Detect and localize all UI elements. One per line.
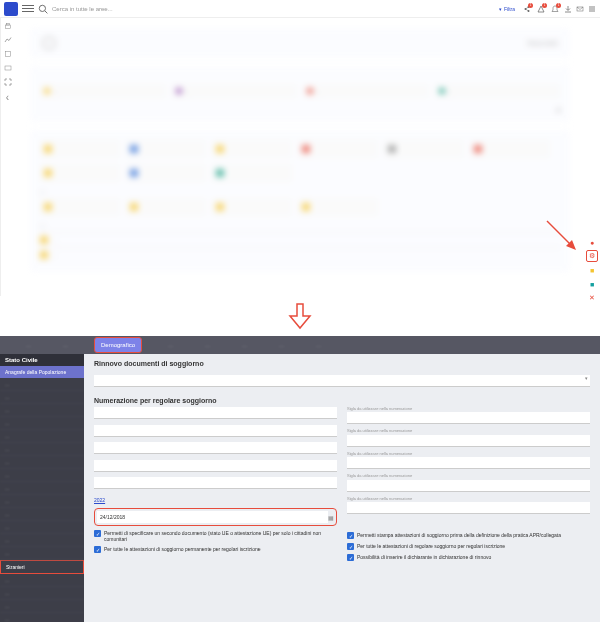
list-item[interactable]: ... bbox=[40, 232, 560, 247]
module-item[interactable] bbox=[40, 164, 120, 182]
rail-icon-4[interactable] bbox=[4, 64, 12, 72]
hamburger-icon[interactable] bbox=[22, 3, 34, 15]
module-item[interactable] bbox=[470, 140, 550, 158]
calendar-icon[interactable]: ▦ bbox=[328, 514, 334, 521]
sidebar-item[interactable]: ... bbox=[0, 534, 84, 547]
sidebar-item[interactable]: ... bbox=[0, 482, 84, 495]
mail-icon[interactable] bbox=[576, 5, 584, 13]
text-input[interactable] bbox=[347, 457, 590, 469]
right-rail: ‹ bbox=[0, 18, 14, 296]
module-item[interactable] bbox=[126, 164, 206, 182]
sidebar-item[interactable]: ... bbox=[0, 613, 84, 622]
sidebar-item[interactable]: ... bbox=[0, 587, 84, 600]
tab-demografico[interactable]: Demografico bbox=[94, 337, 142, 353]
sidebar-subtitle[interactable]: Anagrafe della Popolazione bbox=[0, 366, 84, 378]
notif-icon-2[interactable]: 1 bbox=[536, 4, 546, 14]
text-input[interactable] bbox=[347, 412, 590, 424]
sidebar-item[interactable]: ... bbox=[0, 456, 84, 469]
tab-item[interactable]: ... bbox=[273, 338, 290, 352]
dropdown-icon[interactable]: ▾ bbox=[585, 375, 588, 381]
tab-item[interactable]: ... bbox=[162, 338, 179, 352]
date-input[interactable] bbox=[97, 511, 328, 523]
text-input[interactable] bbox=[94, 375, 590, 387]
tab-item[interactable]: ... bbox=[20, 338, 37, 352]
text-input[interactable] bbox=[347, 435, 590, 447]
pin-icon[interactable]: ● bbox=[586, 236, 598, 248]
sidebar-item[interactable]: ... bbox=[0, 574, 84, 587]
checkbox-icon[interactable]: ✓ bbox=[94, 546, 101, 553]
sidebar-item[interactable]: ... bbox=[0, 469, 84, 482]
checkbox-icon[interactable]: ✓ bbox=[347, 532, 354, 539]
rail-icon-2[interactable] bbox=[4, 36, 12, 44]
module-item[interactable] bbox=[40, 140, 120, 158]
apps-icon[interactable] bbox=[588, 5, 596, 13]
sidebar-item[interactable]: ... bbox=[0, 521, 84, 534]
status-item[interactable]: ... bbox=[435, 84, 561, 98]
module-item[interactable] bbox=[126, 198, 206, 216]
tool-icon-1[interactable]: ■ bbox=[586, 264, 598, 276]
tool-icon-3[interactable]: ✕ bbox=[586, 292, 598, 304]
gear-icon[interactable]: ⚙ bbox=[586, 250, 598, 262]
expand-icon[interactable]: ◢ bbox=[40, 106, 560, 112]
search-icon[interactable] bbox=[38, 4, 48, 14]
checkbox-row[interactable]: ✓Permetti stampa attestazioni di soggior… bbox=[347, 532, 590, 539]
checkbox-icon[interactable]: ✓ bbox=[347, 543, 354, 550]
notif-icon-3[interactable]: 1 bbox=[550, 4, 560, 14]
expand-icon[interactable] bbox=[4, 78, 12, 86]
sidebar-item[interactable]: ... bbox=[0, 600, 84, 613]
text-input[interactable] bbox=[94, 460, 337, 472]
text-input[interactable] bbox=[94, 442, 337, 454]
rail-icon-3[interactable] bbox=[4, 50, 12, 58]
download-icon[interactable] bbox=[564, 5, 572, 13]
sidebar-item[interactable]: ... bbox=[0, 378, 84, 391]
checkbox-row[interactable]: ✓Permetti di specificare un secondo docu… bbox=[94, 530, 337, 542]
list-item[interactable]: ... bbox=[40, 247, 560, 262]
tool-icon-2[interactable]: ■ bbox=[586, 278, 598, 290]
sidebar-item[interactable]: ... bbox=[0, 417, 84, 430]
text-input[interactable] bbox=[94, 407, 337, 419]
sidebar-item[interactable]: ... bbox=[0, 404, 84, 417]
sidebar-item-stranieri[interactable]: Stranieri bbox=[0, 560, 84, 574]
status-item[interactable]: ... bbox=[40, 84, 166, 98]
module-item[interactable] bbox=[126, 140, 206, 158]
text-input[interactable] bbox=[94, 477, 337, 489]
checkbox-row[interactable]: ✓Per tutte le attestazioni di regolare s… bbox=[347, 543, 590, 550]
sidebar-item[interactable]: ... bbox=[0, 443, 84, 456]
year-link[interactable]: 2022 bbox=[94, 497, 105, 503]
tab-item[interactable]: ... bbox=[236, 338, 253, 352]
module-item[interactable] bbox=[298, 140, 378, 158]
checkbox-icon[interactable]: ✓ bbox=[347, 554, 354, 561]
sidebar-item[interactable]: ... bbox=[0, 508, 84, 521]
tab-item[interactable]: ... bbox=[199, 338, 216, 352]
text-input[interactable] bbox=[347, 480, 590, 492]
sidebar-item[interactable]: ... bbox=[0, 430, 84, 443]
checkbox-row[interactable]: ✓Possibilità di inserire il dichiarante … bbox=[347, 554, 590, 561]
rail-icon-1[interactable] bbox=[4, 22, 12, 30]
svg-point-9 bbox=[591, 6, 593, 8]
module-item[interactable] bbox=[212, 140, 292, 158]
status-item[interactable]: ... bbox=[303, 84, 429, 98]
module-item[interactable] bbox=[40, 198, 120, 216]
text-input[interactable] bbox=[94, 425, 337, 437]
sidebar-item[interactable]: ... bbox=[0, 495, 84, 508]
sidebar-item[interactable]: ... bbox=[0, 547, 84, 560]
chevron-left-icon[interactable]: ‹ bbox=[4, 92, 12, 100]
checkbox-icon[interactable]: ✓ bbox=[94, 530, 101, 537]
module-item[interactable] bbox=[212, 164, 292, 182]
filter-button[interactable]: ▾ Filtra bbox=[496, 5, 518, 13]
notif-icon-1[interactable]: 1 bbox=[522, 4, 532, 14]
module-item[interactable] bbox=[384, 140, 464, 158]
checkbox-row[interactable]: ✓Per tutte le attestazioni di soggiorno … bbox=[94, 546, 337, 553]
module-item[interactable] bbox=[212, 198, 292, 216]
tab-bar: ... ... Demografico ... ... ... ... ... bbox=[0, 336, 600, 354]
app-logo[interactable] bbox=[4, 2, 18, 16]
sidebar-item[interactable]: ... bbox=[0, 391, 84, 404]
tab-item[interactable]: ... bbox=[57, 338, 74, 352]
search-input[interactable]: Cerca in tutte le aree... bbox=[52, 6, 492, 12]
text-input[interactable] bbox=[347, 502, 590, 514]
status-item[interactable]: ... bbox=[172, 84, 298, 98]
svg-point-13 bbox=[593, 8, 595, 10]
tab-item[interactable]: ... bbox=[310, 338, 327, 352]
module-item[interactable] bbox=[298, 198, 378, 216]
flow-arrow bbox=[0, 296, 600, 336]
